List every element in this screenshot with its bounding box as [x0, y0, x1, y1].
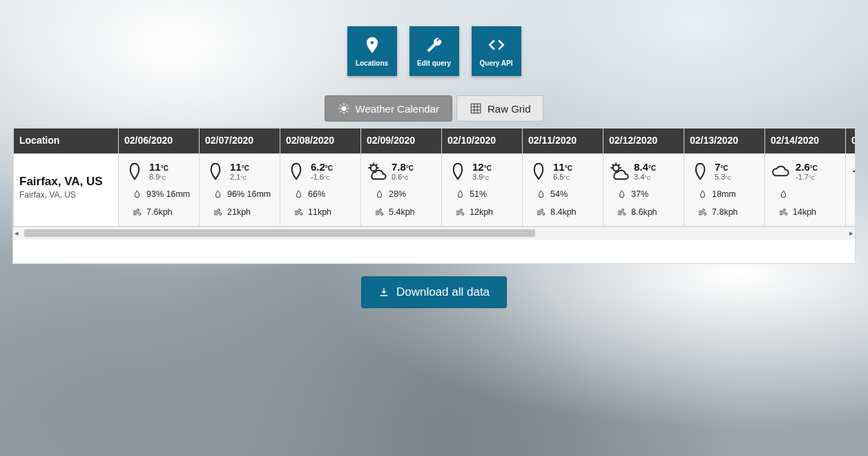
wind-value: 7.6kph [146, 207, 173, 217]
wind-icon [697, 207, 708, 218]
wind-value: 8.4kph [550, 207, 577, 217]
drop-icon [212, 189, 223, 200]
query-api-tile[interactable]: Query API [472, 26, 521, 76]
temp-high: 11°C [230, 161, 249, 173]
precip-value: 37% [631, 189, 648, 199]
scroll-right-arrow[interactable]: ▸ [849, 229, 853, 238]
location-title: Fairfax, VA, US [19, 175, 113, 189]
date-header: 02/13/2020 [684, 129, 765, 154]
locations-tile-label: Locations [356, 59, 388, 67]
sun-icon [338, 102, 350, 115]
date-header: 02/11/2020 [523, 129, 604, 154]
day-cell: 2.6°C-1.7°C14kph [765, 154, 846, 227]
temp-high: 6.2°C [311, 161, 333, 173]
date-header: 02/12/2020 [604, 129, 684, 154]
temp-high: 12°C [472, 161, 492, 173]
wind-icon [374, 207, 385, 218]
date-header: 02/08/2020 [280, 129, 361, 154]
precip-value: 96% 16mm [227, 189, 271, 199]
location-header: Location [14, 129, 119, 154]
temp-high: 11°C [149, 161, 168, 173]
grid-icon [470, 102, 482, 115]
temp-low: 3.4°C [634, 173, 656, 182]
weather-calendar-toggle[interactable]: Weather Calendar [325, 95, 452, 122]
date-header: 02/10/2020 [442, 129, 523, 154]
partly-icon [367, 161, 387, 182]
wind-value: 21kph [227, 207, 251, 217]
drop-icon [535, 189, 546, 200]
day-cell: 7°C5.3°C18mm7.8kph [684, 154, 765, 227]
temp-high: 7.8°C [392, 161, 414, 173]
day-cell: 11°C6.5°C54%8.4kph [523, 154, 604, 227]
date-header: 02/09/2020 [361, 129, 442, 154]
temp-low: 3.9°C [472, 173, 492, 182]
temp-low: -1.7°C [795, 173, 818, 182]
temp-low: 5.3°C [715, 173, 731, 182]
scroll-left-arrow[interactable]: ◂ [15, 229, 19, 238]
edit-query-tile-label: Edit query [417, 59, 451, 67]
day-cell: 12°C3.9°C51%12kph [442, 154, 523, 227]
download-all-button[interactable]: Download all data [361, 276, 507, 308]
wind-value: 5.4kph [389, 207, 415, 217]
location-subtitle: Fairfax, VA, US [19, 190, 113, 200]
temp-high: 2.6°C [795, 161, 818, 173]
code-icon [488, 36, 505, 54]
rain-icon [205, 161, 226, 182]
wrench-icon [425, 36, 443, 54]
drop-icon [131, 189, 142, 200]
weather-calendar-label: Weather Calendar [356, 103, 439, 115]
precip-value: 66% [308, 189, 325, 199]
day-cell: 6.2°C-1.6°C66%11kph [280, 154, 361, 227]
temp-low: -1.6°C [311, 173, 333, 182]
rain-icon [124, 161, 145, 182]
horizontal-scrollbar[interactable]: ◂ ▸ [13, 227, 855, 240]
sun-icon [851, 161, 855, 182]
drop-icon [374, 189, 385, 200]
date-header: 02/07/2020 [200, 129, 280, 154]
wind-icon [535, 207, 546, 218]
temp-high: 11°C [553, 161, 572, 173]
rain-icon [286, 161, 307, 182]
wind-icon [778, 207, 789, 218]
drop-icon [616, 189, 627, 200]
download-label: Download all data [396, 285, 490, 299]
query-api-tile-label: Query API [480, 59, 513, 67]
drop-icon [293, 189, 304, 200]
precip-value: 51% [470, 189, 487, 199]
wind-icon [616, 207, 627, 218]
partly-icon [609, 161, 630, 182]
cloud-icon [771, 161, 791, 182]
locations-tile[interactable]: Locations [347, 26, 397, 76]
weather-panel: Location02/06/202002/07/202002/08/202002… [12, 127, 856, 264]
rain-icon [447, 161, 468, 182]
day-cell: -0°C-5.°C10k [846, 154, 856, 227]
wind-icon [454, 207, 465, 218]
date-header: 02/15/2020 [846, 129, 856, 154]
temp-high: 7°C [715, 161, 731, 173]
rain-icon [528, 161, 549, 182]
drop-icon [697, 189, 708, 200]
temp-low: 2.1°C [230, 173, 249, 182]
location-cell: Fairfax, VA, USFairfax, VA, US [14, 154, 119, 227]
day-cell: 7.8°C0.6°C28%5.4kph [361, 154, 442, 227]
temp-low: 6.5°C [553, 173, 572, 182]
wind-icon [131, 207, 142, 218]
precip-value: 18mm [712, 189, 736, 199]
drop-icon [454, 189, 465, 200]
download-icon [378, 287, 389, 298]
temp-high: 8.4°C [634, 161, 656, 173]
raw-grid-toggle[interactable]: Raw Grid [456, 95, 544, 122]
wind-value: 12kph [470, 207, 493, 217]
precip-value: 93% 16mm [146, 189, 190, 199]
drop-icon [778, 189, 789, 200]
raw-grid-label: Raw Grid [488, 103, 531, 115]
edit-query-tile[interactable]: Edit query [409, 26, 459, 76]
day-cell: 11°C2.1°C96% 16mm21kph [200, 154, 280, 227]
temp-low: 8.9°C [149, 173, 168, 182]
pin-icon [363, 36, 381, 54]
day-cell: 8.4°C3.4°C37%8.6kph [604, 154, 684, 227]
day-cell: 11°C8.9°C93% 16mm7.6kph [119, 154, 200, 227]
scroll-thumb[interactable] [24, 229, 535, 237]
precip-value: 54% [550, 189, 568, 199]
rain-icon [690, 161, 711, 182]
